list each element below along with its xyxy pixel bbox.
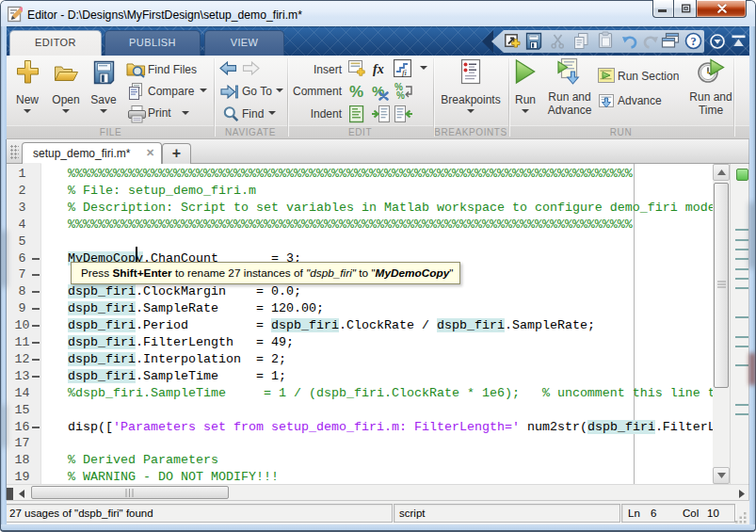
svg-text:?: ? (690, 35, 696, 48)
svg-text:fi: fi (402, 68, 408, 77)
